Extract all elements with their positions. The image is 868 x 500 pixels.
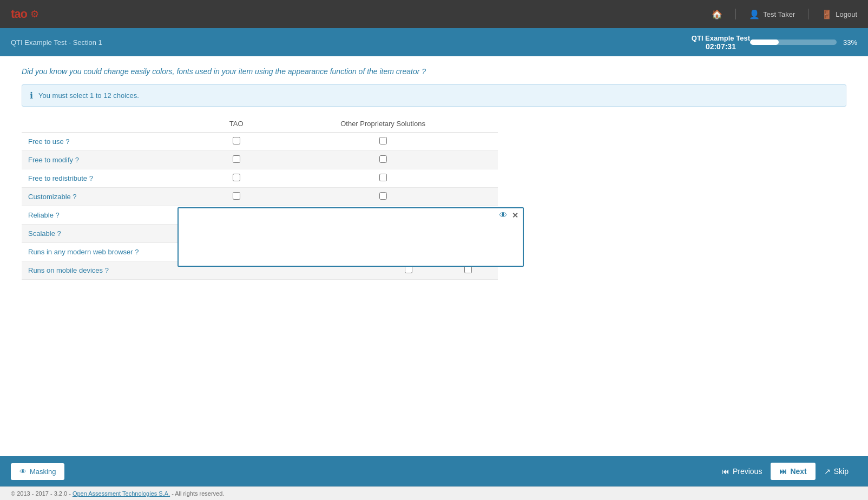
checkbox-tao[interactable] — [233, 155, 240, 163]
logout-icon: 🚪 — [821, 9, 832, 19]
col-header-label — [22, 115, 205, 133]
logout-button[interactable]: 🚪 Logout — [821, 9, 857, 19]
checkbox-cell-other[interactable] — [268, 169, 498, 188]
bottom-bar: 👁 Masking ⏮ Previous ⏭ Next ↗ Skip — [0, 456, 868, 486]
progress-percent: 33% — [843, 38, 857, 47]
col-header-other: Other Proprietary Solutions — [268, 115, 498, 133]
masking-popup-header: 👁 ✕ — [179, 208, 523, 222]
test-name: QTI Example Test — [692, 34, 750, 42]
logo-text: tao — [11, 7, 27, 21]
checkbox-cell-other[interactable] — [268, 133, 498, 151]
home-icon: 🏠 — [712, 9, 722, 19]
checkbox-other[interactable] — [379, 174, 387, 181]
question-text: Did you know you could change easily col… — [22, 67, 846, 76]
copyright-text: © 2013 - 2017 - 3.2.0 - — [11, 490, 71, 497]
checkbox-cell-tao[interactable] — [205, 151, 268, 169]
progress-bar — [750, 40, 837, 45]
timer: 02:07:31 — [692, 42, 750, 51]
skip-button[interactable]: ↗ Skip — [816, 463, 857, 480]
checkbox-tao[interactable] — [233, 192, 240, 200]
next-button[interactable]: ⏭ Next — [771, 463, 815, 480]
main-content: Did you know you could change easily col… — [0, 56, 868, 456]
company-link[interactable]: Open Assessment Technologies S.A. — [73, 490, 170, 497]
row-label: Customizable ? — [22, 188, 205, 206]
next-arrow-icon: ⏭ — [779, 467, 787, 476]
nav-items: 🏠 👤 Test Taker 🚪 Logout — [712, 9, 857, 19]
logo: tao ⚙ — [11, 7, 39, 21]
row-label: Free to redistribute ? — [22, 169, 205, 188]
table-row: Free to modify ? — [22, 151, 498, 169]
checkbox-tao[interactable] — [233, 174, 240, 181]
user-icon: 👤 — [749, 9, 760, 19]
info-text: You must select 1 to 12 choices. — [38, 91, 139, 100]
info-box: ℹ You must select 1 to 12 choices. — [22, 84, 846, 107]
user-label: Test Taker — [763, 10, 795, 18]
checkbox-tao[interactable] — [233, 137, 240, 144]
progress-section: 33% — [750, 38, 857, 47]
header-bar: QTI Example Test - Section 1 QTI Example… — [0, 28, 868, 56]
table-row: Customizable ? — [22, 188, 498, 206]
user-menu[interactable]: 👤 Test Taker — [749, 9, 795, 19]
home-button[interactable]: 🏠 — [712, 9, 722, 19]
close-icon[interactable]: ✕ — [512, 211, 518, 220]
col-header-tao: TAO — [205, 115, 268, 133]
checkbox-tao[interactable] — [405, 266, 412, 273]
eye-icon[interactable]: 👁 — [499, 210, 508, 220]
choices-table: TAO Other Proprietary Solutions Free to … — [22, 115, 498, 206]
previous-arrow-icon: ⏮ — [722, 467, 729, 476]
section-label: QTI Example Test - Section 1 — [11, 38, 102, 47]
checkbox-cell-other[interactable] — [268, 151, 498, 169]
checkbox-other[interactable] — [379, 192, 387, 200]
masking-popup-body — [179, 222, 523, 266]
masking-button[interactable]: 👁 Masking — [11, 463, 64, 480]
masking-popup: 👁 ✕ — [177, 207, 524, 267]
row-label: Free to modify ? — [22, 151, 205, 169]
rights-text: - All rights reserved. — [172, 490, 224, 497]
checkbox-other[interactable] — [464, 266, 472, 273]
table-row: Free to redistribute ? — [22, 169, 498, 188]
previous-label: Previous — [733, 467, 762, 476]
masking-eye-icon: 👁 — [19, 468, 27, 476]
info-icon: ℹ — [30, 90, 33, 101]
row-label: Free to use ? — [22, 133, 205, 151]
progress-fill — [750, 40, 779, 45]
top-navigation: tao ⚙ 🏠 👤 Test Taker 🚪 Logout — [0, 0, 868, 28]
skip-label: Skip — [834, 467, 849, 476]
skip-arrow-icon: ↗ — [824, 467, 831, 476]
nav-divider-2 — [808, 9, 808, 19]
checkbox-other[interactable] — [379, 137, 387, 144]
logo-icon: ⚙ — [30, 8, 39, 20]
nav-divider — [735, 9, 736, 19]
checkbox-cell-other[interactable] — [268, 188, 498, 206]
logout-label: Logout — [836, 10, 857, 18]
previous-button[interactable]: ⏮ Previous — [713, 463, 771, 480]
table-row: Free to use ? — [22, 133, 498, 151]
masking-label: Masking — [30, 468, 56, 476]
next-label: Next — [790, 467, 806, 476]
test-info: QTI Example Test 02:07:31 — [692, 34, 750, 51]
checkbox-other[interactable] — [379, 155, 387, 163]
checkbox-cell-tao[interactable] — [205, 133, 268, 151]
checkbox-cell-tao[interactable] — [205, 169, 268, 188]
choices-table-wrapper: TAO Other Proprietary Solutions Free to … — [22, 115, 498, 280]
footer: © 2013 - 2017 - 3.2.0 - Open Assessment … — [0, 486, 868, 500]
checkbox-cell-tao[interactable] — [205, 188, 268, 206]
